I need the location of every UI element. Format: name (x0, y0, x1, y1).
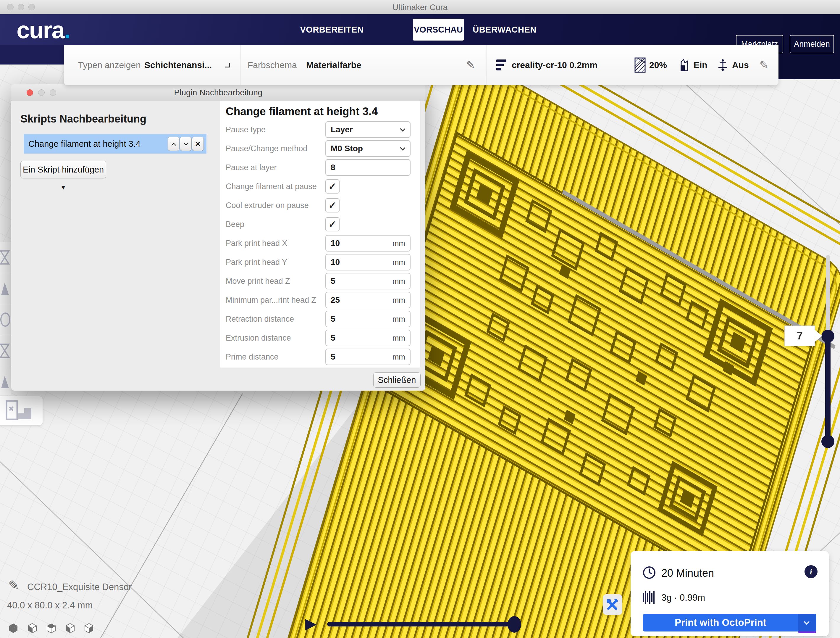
script-settings-panel: Change filament at height 3.4 Pause type… (220, 101, 420, 367)
toolbar-divider (240, 45, 240, 85)
layer-indicator-flag: 7 (785, 326, 815, 346)
tab-vorschau[interactable]: VORSCHAU (413, 19, 464, 41)
field-label: Extrusion distance (226, 330, 291, 346)
layer-slider-range (825, 336, 831, 442)
field-row-pause-method: Pause/Change method M0 Stop (220, 140, 420, 157)
unit-label: mm (393, 311, 405, 327)
print-with-octoprint-button[interactable]: Print with OctoPrint (643, 614, 816, 632)
print-settings-tool-button[interactable] (603, 594, 622, 615)
scripts-heading: Skripts Nachbearbeitung (21, 113, 147, 125)
field-label: Park print head X (226, 235, 287, 252)
chevron-down-icon (400, 145, 405, 150)
layers-icon (496, 60, 507, 71)
view-3d-button[interactable] (8, 623, 19, 634)
view-top-button[interactable] (46, 623, 57, 634)
move-script-down-button[interactable] (180, 137, 192, 151)
color-scheme-dropdown[interactable]: Materialfarbe (306, 45, 362, 85)
chevron-down-icon (400, 126, 405, 131)
info-icon[interactable]: i (805, 565, 818, 578)
path-slider-track[interactable] (327, 622, 517, 627)
pause-type-select[interactable]: Layer (325, 121, 411, 138)
tool-panel-strip (0, 242, 11, 395)
header-left-block (0, 45, 64, 65)
field-label: Park print head Y (226, 254, 287, 271)
infill-icon (635, 57, 646, 73)
input-value: 10 (331, 236, 340, 251)
pause-method-select[interactable]: M0 Stop (325, 140, 411, 157)
check-icon: ✓ (326, 199, 339, 212)
app-window: Ultimaker Cura cura. VORBEREITEN VORSCHA… (0, 0, 840, 638)
print-button-label: Print with OctoPrint (643, 614, 798, 632)
select-value: M0 Stop (331, 141, 363, 156)
view-type-dropdown[interactable]: Schichtenansi... (144, 45, 212, 85)
chevron-up-icon (171, 143, 176, 148)
collapse-view-settings-icon[interactable] (226, 63, 230, 68)
tool-cell[interactable] (0, 242, 11, 273)
change-filament-checkbox[interactable]: ✓ (325, 179, 339, 193)
tab-vorbereiten[interactable]: VORBEREITEN (299, 14, 365, 45)
support-value: Ein (693, 45, 707, 85)
minimum-park-z-input[interactable]: 25 mm (325, 292, 411, 308)
print-options-dropdown[interactable] (798, 614, 816, 632)
printer-profile-button[interactable]: creality-cr-10 0.2mm (512, 45, 597, 85)
field-label: Pause/Change method (226, 140, 307, 157)
beep-checkbox[interactable]: ✓ (325, 217, 339, 231)
move-z-input[interactable]: 5 mm (325, 273, 411, 290)
tool-cell[interactable] (0, 366, 11, 395)
close-icon: × (192, 137, 204, 150)
selected-script-label: Change filament at height 3.4 (28, 134, 141, 154)
wrench-hammer-icon (606, 598, 619, 611)
dialog-title: Plugin Nachbearbeitung (11, 88, 425, 97)
input-value: 5 (331, 349, 335, 364)
remove-script-button[interactable]: × (192, 137, 204, 151)
tool-cell[interactable] (0, 273, 11, 304)
input-value: 5 (331, 311, 335, 327)
view-right-button[interactable] (84, 623, 95, 634)
support-blocker-tool[interactable] (0, 396, 43, 426)
field-label: Prime distance (226, 348, 279, 365)
field-label: Change filament at pause (226, 178, 317, 195)
support-icon (679, 58, 690, 72)
unit-label: mm (393, 349, 405, 364)
tool-cell[interactable] (0, 304, 11, 335)
view-left-button[interactable] (65, 623, 76, 634)
select-value: Layer (331, 122, 353, 137)
prime-distance-input[interactable]: 5 mm (325, 348, 411, 365)
cura-logo: cura. (17, 17, 70, 44)
edit-color-scheme-icon[interactable]: ✎ (466, 59, 475, 71)
path-slider-handle[interactable] (508, 616, 521, 633)
camera-view-buttons (8, 623, 95, 634)
field-row-park-x: Park print head X 10 mm (220, 235, 420, 252)
unit-label: mm (393, 330, 405, 346)
cool-extruder-checkbox[interactable]: ✓ (325, 198, 339, 212)
add-script-dropdown[interactable]: Ein Skript hinzufügen ▾ (21, 161, 106, 179)
field-row-change-filament: Change filament at pause ✓ (220, 178, 420, 195)
retraction-distance-input[interactable]: 5 mm (325, 311, 411, 327)
tool-cell[interactable] (0, 335, 11, 366)
field-row-pause-at-layer: Pause at layer 8 (220, 159, 420, 176)
clock-icon (643, 566, 657, 580)
park-y-input[interactable]: 10 mm (325, 254, 411, 271)
selected-script-row[interactable]: Change filament at height 3.4 × (24, 134, 207, 154)
edit-print-settings-icon[interactable]: ✎ (759, 59, 769, 71)
field-row-move-z: Move print head Z 5 mm (220, 273, 420, 290)
support-blocker-icon (5, 399, 41, 423)
layer-slider-upper-handle[interactable] (821, 330, 834, 343)
extrusion-distance-input[interactable]: 5 mm (325, 330, 411, 346)
rename-model-icon[interactable]: ✎ (8, 578, 19, 593)
macos-titlebar: Ultimaker Cura (0, 0, 840, 14)
tab-ueberwachen[interactable]: ÜBERWACHEN (472, 14, 537, 45)
layer-slider-lower-handle[interactable] (821, 435, 834, 448)
dialog-titlebar[interactable]: Plugin Nachbearbeitung (11, 84, 425, 101)
view-front-button[interactable] (27, 623, 38, 634)
close-dialog-button[interactable]: Schließen (373, 372, 421, 388)
park-x-input[interactable]: 10 mm (325, 235, 411, 252)
material-usage: 3g · 0.99m (662, 592, 705, 603)
move-script-up-button[interactable] (168, 137, 180, 151)
caret-down-icon: ▾ (62, 183, 65, 191)
adhesion-value: Aus (732, 45, 749, 85)
pause-at-layer-input[interactable]: 8 (325, 159, 411, 176)
play-button[interactable]: ▶ (305, 615, 316, 632)
signin-button[interactable]: Anmelden (790, 35, 834, 53)
input-value: 5 (331, 274, 335, 289)
